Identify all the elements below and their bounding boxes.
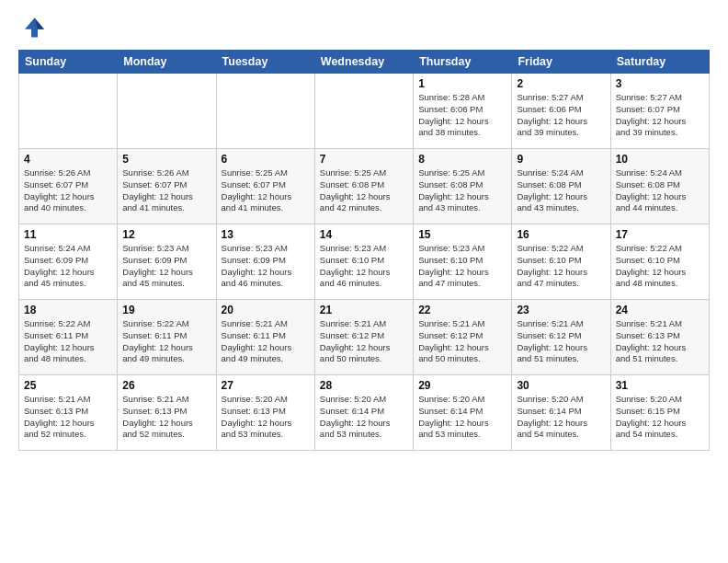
cell-text: Sunrise: 5:20 AM Sunset: 6:13 PM Dayligh… bbox=[222, 394, 310, 441]
calendar-cell: 13Sunrise: 5:23 AM Sunset: 6:09 PM Dayli… bbox=[216, 224, 314, 300]
day-number: 27 bbox=[222, 379, 310, 392]
day-number: 21 bbox=[320, 304, 408, 316]
cell-text: Sunrise: 5:23 AM Sunset: 6:09 PM Dayligh… bbox=[122, 243, 210, 290]
col-header-monday: Monday bbox=[118, 51, 216, 74]
calendar-table: SundayMondayTuesdayWednesdayThursdayFrid… bbox=[18, 50, 710, 451]
col-header-thursday: Thursday bbox=[414, 51, 512, 74]
cell-text: Sunrise: 5:20 AM Sunset: 6:14 PM Dayligh… bbox=[418, 394, 506, 441]
day-number: 18 bbox=[24, 304, 112, 316]
calendar-cell: 1Sunrise: 5:28 AM Sunset: 6:06 PM Daylig… bbox=[414, 74, 512, 149]
cell-text: Sunrise: 5:27 AM Sunset: 6:07 PM Dayligh… bbox=[616, 92, 704, 139]
calendar-cell: 21Sunrise: 5:21 AM Sunset: 6:12 PM Dayli… bbox=[314, 300, 413, 375]
cell-text: Sunrise: 5:28 AM Sunset: 6:06 PM Dayligh… bbox=[418, 92, 506, 139]
calendar-cell: 20Sunrise: 5:21 AM Sunset: 6:11 PM Dayli… bbox=[216, 300, 314, 375]
day-number: 24 bbox=[616, 304, 704, 316]
calendar-cell bbox=[19, 74, 118, 149]
calendar-cell: 29Sunrise: 5:20 AM Sunset: 6:14 PM Dayli… bbox=[414, 375, 512, 451]
cell-text: Sunrise: 5:25 AM Sunset: 6:07 PM Dayligh… bbox=[222, 167, 310, 214]
calendar-cell: 19Sunrise: 5:22 AM Sunset: 6:11 PM Dayli… bbox=[118, 300, 216, 375]
col-header-wednesday: Wednesday bbox=[314, 51, 413, 74]
cell-text: Sunrise: 5:24 AM Sunset: 6:09 PM Dayligh… bbox=[24, 243, 112, 290]
day-number: 23 bbox=[517, 304, 605, 316]
calendar-cell: 24Sunrise: 5:21 AM Sunset: 6:13 PM Dayli… bbox=[610, 300, 709, 375]
day-number: 22 bbox=[418, 304, 506, 316]
day-number: 4 bbox=[24, 153, 112, 166]
calendar-cell: 28Sunrise: 5:20 AM Sunset: 6:14 PM Dayli… bbox=[314, 375, 413, 451]
day-number: 31 bbox=[616, 379, 704, 392]
day-number: 15 bbox=[418, 228, 506, 241]
calendar-cell bbox=[216, 74, 314, 149]
cell-text: Sunrise: 5:23 AM Sunset: 6:09 PM Dayligh… bbox=[222, 243, 310, 290]
cell-text: Sunrise: 5:27 AM Sunset: 6:06 PM Dayligh… bbox=[517, 92, 605, 139]
col-header-friday: Friday bbox=[512, 51, 610, 74]
calendar-cell: 11Sunrise: 5:24 AM Sunset: 6:09 PM Dayli… bbox=[19, 224, 118, 300]
cell-text: Sunrise: 5:21 AM Sunset: 6:13 PM Dayligh… bbox=[24, 394, 112, 441]
cell-text: Sunrise: 5:24 AM Sunset: 6:08 PM Dayligh… bbox=[616, 167, 704, 214]
calendar-cell: 12Sunrise: 5:23 AM Sunset: 6:09 PM Dayli… bbox=[118, 224, 216, 300]
calendar-cell: 9Sunrise: 5:24 AM Sunset: 6:08 PM Daylig… bbox=[512, 149, 610, 224]
day-number: 2 bbox=[517, 77, 605, 90]
day-number: 8 bbox=[418, 153, 506, 166]
calendar-cell: 22Sunrise: 5:21 AM Sunset: 6:12 PM Dayli… bbox=[414, 300, 512, 375]
cell-text: Sunrise: 5:26 AM Sunset: 6:07 PM Dayligh… bbox=[24, 167, 112, 214]
calendar-cell: 8Sunrise: 5:25 AM Sunset: 6:08 PM Daylig… bbox=[414, 149, 512, 224]
cell-text: Sunrise: 5:20 AM Sunset: 6:15 PM Dayligh… bbox=[616, 394, 704, 441]
cell-text: Sunrise: 5:20 AM Sunset: 6:14 PM Dayligh… bbox=[517, 394, 605, 441]
cell-text: Sunrise: 5:22 AM Sunset: 6:11 PM Dayligh… bbox=[122, 318, 210, 365]
day-number: 5 bbox=[122, 153, 210, 166]
calendar-cell: 3Sunrise: 5:27 AM Sunset: 6:07 PM Daylig… bbox=[610, 74, 709, 149]
col-header-sunday: Sunday bbox=[19, 51, 118, 74]
calendar-cell bbox=[314, 74, 413, 149]
day-number: 13 bbox=[222, 228, 310, 241]
calendar-cell: 23Sunrise: 5:21 AM Sunset: 6:12 PM Dayli… bbox=[512, 300, 610, 375]
cell-text: Sunrise: 5:25 AM Sunset: 6:08 PM Dayligh… bbox=[418, 167, 506, 214]
calendar-cell: 6Sunrise: 5:25 AM Sunset: 6:07 PM Daylig… bbox=[216, 149, 314, 224]
calendar-cell: 26Sunrise: 5:21 AM Sunset: 6:13 PM Dayli… bbox=[118, 375, 216, 451]
day-number: 26 bbox=[122, 379, 210, 392]
calendar-cell: 25Sunrise: 5:21 AM Sunset: 6:13 PM Dayli… bbox=[19, 375, 118, 451]
day-number: 19 bbox=[122, 304, 210, 316]
cell-text: Sunrise: 5:23 AM Sunset: 6:10 PM Dayligh… bbox=[320, 243, 408, 290]
calendar-cell: 4Sunrise: 5:26 AM Sunset: 6:07 PM Daylig… bbox=[19, 149, 118, 224]
cell-text: Sunrise: 5:22 AM Sunset: 6:10 PM Dayligh… bbox=[517, 243, 605, 290]
calendar-cell bbox=[118, 74, 216, 149]
cell-text: Sunrise: 5:21 AM Sunset: 6:12 PM Dayligh… bbox=[320, 318, 408, 365]
cell-text: Sunrise: 5:22 AM Sunset: 6:11 PM Dayligh… bbox=[24, 318, 112, 365]
cell-text: Sunrise: 5:20 AM Sunset: 6:14 PM Dayligh… bbox=[320, 394, 408, 441]
cell-text: Sunrise: 5:21 AM Sunset: 6:12 PM Dayligh… bbox=[517, 318, 605, 365]
cell-text: Sunrise: 5:23 AM Sunset: 6:10 PM Dayligh… bbox=[418, 243, 506, 290]
day-number: 1 bbox=[418, 77, 506, 90]
calendar-cell: 7Sunrise: 5:25 AM Sunset: 6:08 PM Daylig… bbox=[314, 149, 413, 224]
calendar-cell: 10Sunrise: 5:24 AM Sunset: 6:08 PM Dayli… bbox=[610, 149, 709, 224]
day-number: 6 bbox=[222, 153, 310, 166]
day-number: 9 bbox=[517, 153, 605, 166]
calendar-cell: 31Sunrise: 5:20 AM Sunset: 6:15 PM Dayli… bbox=[610, 375, 709, 451]
calendar-cell: 2Sunrise: 5:27 AM Sunset: 6:06 PM Daylig… bbox=[512, 74, 610, 149]
page: SundayMondayTuesdayWednesdayThursdayFrid… bbox=[0, 0, 728, 563]
day-number: 29 bbox=[418, 379, 506, 392]
cell-text: Sunrise: 5:25 AM Sunset: 6:08 PM Dayligh… bbox=[320, 167, 408, 214]
day-number: 3 bbox=[616, 77, 704, 90]
day-number: 14 bbox=[320, 228, 408, 241]
calendar-cell: 15Sunrise: 5:23 AM Sunset: 6:10 PM Dayli… bbox=[414, 224, 512, 300]
cell-text: Sunrise: 5:21 AM Sunset: 6:13 PM Dayligh… bbox=[616, 318, 704, 365]
calendar-cell: 17Sunrise: 5:22 AM Sunset: 6:10 PM Dayli… bbox=[610, 224, 709, 300]
calendar-cell: 18Sunrise: 5:22 AM Sunset: 6:11 PM Dayli… bbox=[19, 300, 118, 375]
cell-text: Sunrise: 5:24 AM Sunset: 6:08 PM Dayligh… bbox=[517, 167, 605, 214]
day-number: 11 bbox=[24, 228, 112, 241]
calendar-cell: 5Sunrise: 5:26 AM Sunset: 6:07 PM Daylig… bbox=[118, 149, 216, 224]
day-number: 16 bbox=[517, 228, 605, 241]
day-number: 20 bbox=[222, 304, 310, 316]
day-number: 10 bbox=[616, 153, 704, 166]
cell-text: Sunrise: 5:21 AM Sunset: 6:13 PM Dayligh… bbox=[122, 394, 210, 441]
cell-text: Sunrise: 5:26 AM Sunset: 6:07 PM Dayligh… bbox=[122, 167, 210, 214]
day-number: 12 bbox=[122, 228, 210, 241]
cell-text: Sunrise: 5:21 AM Sunset: 6:12 PM Dayligh… bbox=[418, 318, 506, 365]
day-number: 17 bbox=[616, 228, 704, 241]
calendar-cell: 27Sunrise: 5:20 AM Sunset: 6:13 PM Dayli… bbox=[216, 375, 314, 451]
col-header-tuesday: Tuesday bbox=[216, 51, 314, 74]
logo-icon bbox=[18, 15, 44, 40]
calendar-cell: 30Sunrise: 5:20 AM Sunset: 6:14 PM Dayli… bbox=[512, 375, 610, 451]
day-number: 7 bbox=[320, 153, 408, 166]
header bbox=[18, 15, 710, 40]
